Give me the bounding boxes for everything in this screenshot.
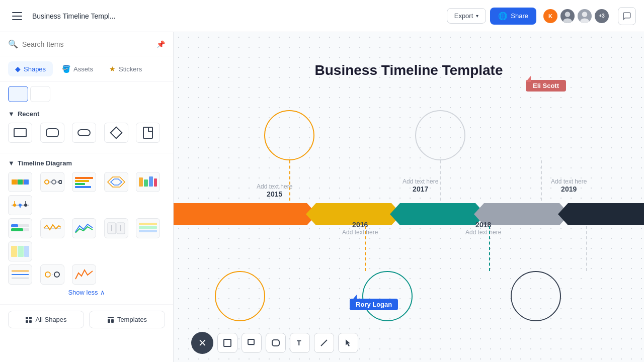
shadow-rect-tool-button[interactable] <box>242 333 262 353</box>
label-2018: 2018 Add text here <box>465 221 501 236</box>
small-tab-2[interactable] <box>30 86 50 102</box>
svg-rect-20 <box>144 179 148 187</box>
svg-rect-52 <box>29 317 32 319</box>
small-tab-1[interactable] <box>8 86 28 102</box>
circle-2017[interactable] <box>415 110 465 160</box>
recent-section: ▼ Recent <box>0 106 173 151</box>
timeline-bar <box>174 203 644 225</box>
all-shapes-button[interactable]: All Shapes <box>8 311 84 328</box>
diagram-grid-3 <box>8 264 165 285</box>
avatar-1: K <box>542 8 558 24</box>
svg-rect-13 <box>75 177 93 179</box>
menu-button[interactable] <box>8 7 26 25</box>
avatar-group: K +3 <box>542 8 610 24</box>
search-icon: 🔍 <box>8 39 18 49</box>
assets-icon: 🪣 <box>62 65 70 73</box>
shape-rect[interactable] <box>8 123 32 143</box>
cursor-arrow-eli-icon <box>526 76 531 82</box>
recent-header[interactable]: ▼ Recent <box>8 110 165 118</box>
avatar-more: +3 <box>594 8 610 24</box>
svg-point-50 <box>54 272 59 277</box>
tab-shapes[interactable]: ◆ Shapes <box>8 61 53 76</box>
diagram-13[interactable] <box>8 264 32 285</box>
svg-rect-40 <box>139 226 157 229</box>
canvas-title: Business Timeline Template <box>315 62 503 78</box>
avatar-2 <box>559 8 576 24</box>
circle-bot-3[interactable] <box>511 271 561 321</box>
diagram-3[interactable] <box>72 172 96 192</box>
label-2016: 2016 Add text here <box>342 221 378 236</box>
text-tool-button[interactable]: T <box>290 333 310 353</box>
svg-rect-19 <box>139 177 143 187</box>
header: Business Timeline Templ... Export ▾ 🌐 Sh… <box>0 0 644 32</box>
shape-rounded-rect[interactable] <box>40 123 64 143</box>
diagram-14[interactable] <box>40 264 64 285</box>
diagram-15[interactable] <box>72 264 96 285</box>
svg-line-63 <box>321 340 327 346</box>
diagram-1[interactable] <box>8 172 32 192</box>
shape-diamond[interactable] <box>104 123 128 143</box>
close-button[interactable]: ✕ <box>191 332 213 354</box>
chevron-down-icon: ▾ <box>476 13 478 19</box>
search-input[interactable] <box>22 40 152 48</box>
vline-2016 <box>365 226 366 271</box>
svg-rect-6 <box>18 179 23 185</box>
share-button[interactable]: 🌐 Share <box>490 8 536 25</box>
diagram-12[interactable] <box>8 241 32 261</box>
diagram-2[interactable] <box>40 172 64 192</box>
diagram-7[interactable] <box>8 218 32 238</box>
rect-tool-button[interactable] <box>217 333 237 353</box>
svg-point-48 <box>45 272 50 277</box>
section-divider <box>0 153 173 153</box>
diagram-6[interactable] <box>8 195 32 215</box>
svg-point-2 <box>582 12 588 17</box>
line-tool-button[interactable] <box>314 333 334 353</box>
svg-rect-22 <box>154 178 157 187</box>
circle-bot-1[interactable] <box>215 271 265 321</box>
templates-button[interactable]: Templates <box>89 311 165 328</box>
export-button[interactable]: Export ▾ <box>447 8 487 24</box>
tab-assets[interactable]: 🪣 Assets <box>55 61 100 76</box>
svg-rect-14 <box>75 180 89 182</box>
chevron-up-icon: ∧ <box>100 289 105 296</box>
svg-rect-15 <box>75 183 85 185</box>
bottom-buttons: All Shapes Templates <box>0 304 173 334</box>
timeline-header[interactable]: ▼ Timeline Diagram <box>8 159 165 167</box>
comment-button[interactable] <box>618 7 636 25</box>
svg-point-3 <box>580 18 589 24</box>
diagram-11[interactable] <box>136 218 160 238</box>
cursor-eli-scott: Eli Scott <box>526 80 566 92</box>
svg-rect-44 <box>24 246 29 257</box>
cursor-tool-button[interactable] <box>338 333 358 353</box>
diagram-4[interactable] <box>104 172 128 192</box>
show-less-button[interactable]: Show less ∧ <box>8 285 165 300</box>
diagram-8[interactable] <box>40 218 64 238</box>
svg-point-0 <box>565 12 571 17</box>
pin-icon[interactable]: 📌 <box>156 40 165 48</box>
search-bar: 🔍 📌 <box>0 32 173 56</box>
svg-rect-16 <box>75 186 91 188</box>
svg-rect-31 <box>11 224 18 227</box>
vline-2017 <box>440 160 441 201</box>
svg-rect-33 <box>11 228 23 231</box>
diagram-9[interactable] <box>72 218 96 238</box>
tab-stickers[interactable]: ★ Stickers <box>102 61 149 76</box>
timeline-section: ▼ Timeline Diagram <box>0 155 173 304</box>
circle-2015[interactable] <box>264 110 314 160</box>
svg-rect-55 <box>108 317 114 318</box>
svg-point-8 <box>45 180 49 184</box>
vline-2018 <box>489 226 490 271</box>
svg-text:T: T <box>297 339 301 347</box>
canvas[interactable]: Business Timeline Template Add text here… <box>174 32 644 362</box>
arrow-seg-orange <box>174 203 317 225</box>
rounded-rect-tool-button[interactable] <box>266 333 286 353</box>
shape-document[interactable] <box>136 123 160 143</box>
svg-rect-58 <box>224 339 231 346</box>
circle-bot-2[interactable] <box>362 271 413 321</box>
diagram-5[interactable] <box>136 172 160 192</box>
small-tabs <box>0 82 173 106</box>
diagram-10[interactable] <box>104 218 128 238</box>
diamond-icon: ◆ <box>15 65 21 73</box>
shape-pill[interactable] <box>72 123 96 143</box>
svg-rect-43 <box>18 246 24 257</box>
